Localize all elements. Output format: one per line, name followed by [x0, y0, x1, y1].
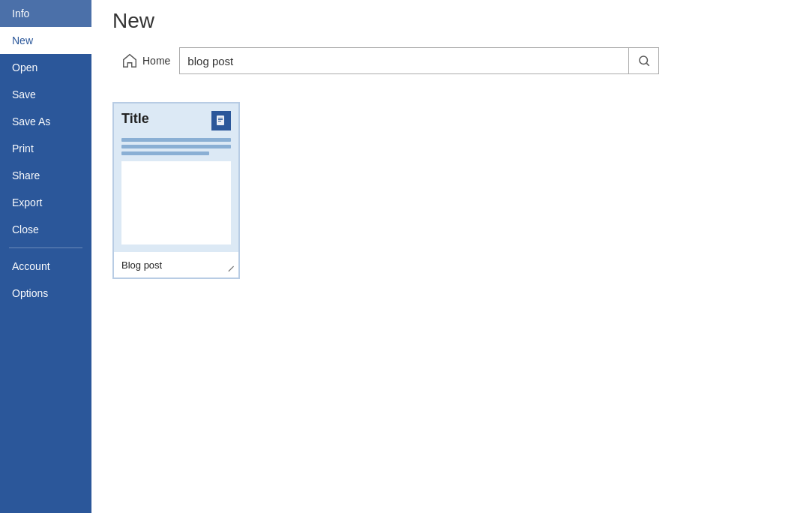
search-button[interactable]	[628, 47, 658, 74]
sidebar-item-label: Share	[12, 170, 40, 182]
page-title: New	[112, 9, 791, 33]
search-box	[179, 47, 659, 74]
sidebar-item-label: Export	[12, 196, 42, 208]
template-preview-title: Title	[121, 111, 149, 127]
home-label: Home	[142, 55, 170, 67]
page-header: New Home	[91, 0, 812, 96]
sidebar-item-share[interactable]: Share	[0, 162, 91, 189]
search-icon	[637, 54, 651, 68]
svg-rect-3	[218, 118, 223, 118]
template-line	[121, 152, 209, 155]
svg-rect-5	[218, 121, 221, 122]
sidebar-item-save[interactable]: Save	[0, 81, 91, 108]
sidebar-item-info[interactable]: Info	[0, 0, 91, 27]
sidebar-item-print[interactable]: Print	[0, 135, 91, 162]
pin-icon: ⎯	[220, 257, 235, 272]
sidebar-item-close[interactable]: Close	[0, 216, 91, 243]
sidebar-item-label: Info	[12, 8, 29, 20]
sidebar: Info New Open Save Save As Print Share E…	[0, 0, 91, 513]
svg-rect-2	[217, 116, 224, 125]
sidebar-item-export[interactable]: Export	[0, 189, 91, 216]
sidebar-item-open[interactable]: Open	[0, 54, 91, 81]
sidebar-item-save-as[interactable]: Save As	[0, 108, 91, 135]
home-button[interactable]: Home	[112, 46, 179, 75]
sidebar-item-label: Close	[12, 224, 39, 236]
template-grid: Title	[91, 96, 812, 285]
template-line	[121, 145, 231, 148]
template-card-blog-post[interactable]: Title	[112, 102, 240, 279]
svg-line-1	[646, 63, 649, 65]
sidebar-item-label: Save	[12, 88, 36, 100]
template-label: Blog post	[121, 260, 162, 271]
sidebar-item-label: Save As	[12, 116, 50, 128]
sidebar-divider	[9, 248, 82, 248]
template-preview-lines	[121, 138, 231, 155]
svg-rect-4	[218, 119, 223, 120]
sidebar-item-account[interactable]: Account	[0, 253, 91, 280]
sidebar-item-options[interactable]: Options	[0, 280, 91, 307]
sidebar-item-label: New	[12, 34, 33, 46]
template-preview: Title	[114, 104, 238, 252]
search-input[interactable]	[180, 48, 628, 74]
sidebar-item-label: Account	[12, 260, 50, 272]
search-bar-row: Home	[112, 46, 791, 75]
sidebar-item-label: Options	[12, 287, 48, 299]
template-preview-title-row: Title	[121, 111, 231, 130]
main-content: New Home T	[91, 0, 812, 513]
template-preview-doc-icon	[211, 111, 231, 130]
template-white-area	[121, 161, 231, 244]
home-icon	[121, 52, 138, 69]
template-line	[121, 138, 231, 142]
sidebar-item-new[interactable]: New	[0, 27, 91, 54]
template-label-row: Blog post ⎯	[114, 252, 238, 278]
sidebar-item-label: Print	[12, 142, 34, 154]
svg-point-0	[640, 56, 648, 64]
sidebar-item-label: Open	[12, 62, 37, 74]
